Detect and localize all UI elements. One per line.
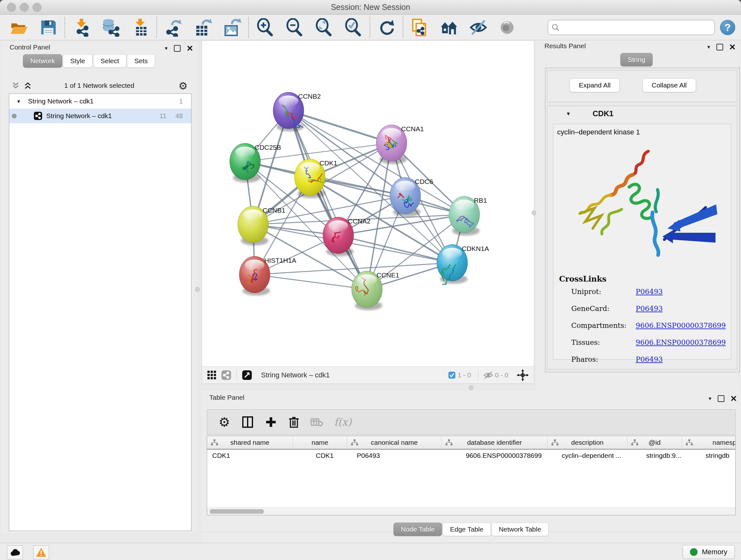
column-header-canonical-name[interactable]: canonical name bbox=[347, 436, 442, 449]
table-cell[interactable]: CDK1 bbox=[298, 449, 352, 461]
table-cell[interactable]: stringdb:9... bbox=[641, 449, 700, 461]
node-label-CDKN1A: CDKN1A bbox=[462, 245, 489, 252]
tab-network-table[interactable]: Network Table bbox=[491, 523, 549, 536]
network-node-CDKN1A[interactable]: CDKN1A bbox=[437, 245, 489, 285]
table-cell[interactable]: P06493 bbox=[352, 449, 451, 461]
column-header-namespace[interactable]: namespace bbox=[682, 436, 736, 449]
network-options-gear-icon[interactable]: ⚙ bbox=[179, 80, 188, 92]
copy-network-icon[interactable] bbox=[410, 18, 429, 37]
network-node-CCNE1[interactable]: CCNE1 bbox=[352, 271, 399, 310]
network-node-CDC25B[interactable]: CDC25B bbox=[230, 143, 281, 183]
tab-select[interactable]: Select bbox=[93, 54, 126, 68]
collapse-panel-icon[interactable]: ▾ bbox=[165, 45, 167, 52]
network-canvas[interactable]: CCNB2CCNA1CDC25BCDK1CDC6RB1CCNB1CCNA2CDK… bbox=[202, 41, 534, 366]
pan-crosshair-icon[interactable] bbox=[517, 369, 529, 381]
collapse-panel-icon[interactable]: ▾ bbox=[709, 395, 711, 402]
show-columns-icon[interactable] bbox=[242, 416, 253, 428]
tab-string[interactable]: String bbox=[620, 53, 653, 66]
search-input[interactable] bbox=[562, 23, 711, 32]
crosslink-link[interactable]: 9606.ENSP00000378699 bbox=[636, 321, 726, 329]
import-network-icon[interactable] bbox=[72, 18, 91, 37]
table-row[interactable]: CDK1CDK1P064939606.ENSP00000378699cyclin… bbox=[207, 449, 735, 461]
network-node-HIST1H1A[interactable]: HIST1H1A bbox=[239, 256, 296, 296]
bottom-splitter-handle[interactable] bbox=[469, 385, 474, 390]
save-session-icon[interactable] bbox=[39, 18, 57, 37]
node-table: shared namenamecanonical namedatabase id… bbox=[207, 436, 736, 515]
import-network-from-database-icon[interactable] bbox=[102, 18, 120, 37]
node-count: 11 bbox=[159, 112, 166, 120]
collapse-panel-icon[interactable]: ▾ bbox=[707, 44, 710, 51]
export-network-icon[interactable] bbox=[164, 18, 183, 37]
table-cell[interactable]: CDK1 bbox=[207, 449, 298, 461]
column-header-name[interactable]: name bbox=[293, 436, 347, 449]
cloud-status-button[interactable] bbox=[7, 545, 23, 559]
left-splitter-handle[interactable] bbox=[195, 287, 200, 292]
memory-button[interactable]: Memory bbox=[683, 545, 735, 559]
grid-view-icon[interactable] bbox=[207, 370, 217, 380]
float-panel-icon[interactable] bbox=[717, 44, 723, 51]
zoom-selected-icon[interactable] bbox=[344, 18, 362, 37]
table-horizontal-scrollbar[interactable] bbox=[207, 508, 735, 515]
tab-network[interactable]: Network bbox=[23, 54, 62, 68]
table-cell[interactable]: 9606.ENSP00000378699 bbox=[451, 449, 556, 461]
column-header--id[interactable]: @id bbox=[627, 436, 682, 449]
close-panel-icon[interactable] bbox=[730, 44, 735, 50]
birds-eye-view-icon[interactable] bbox=[440, 18, 458, 37]
crosslink-link[interactable]: P06493 bbox=[636, 288, 663, 296]
function-builder-icon: f(x) bbox=[334, 416, 352, 428]
tab-edge-table[interactable]: Edge Table bbox=[443, 523, 491, 536]
delete-column-icon[interactable] bbox=[289, 416, 299, 428]
help-button[interactable]: ? bbox=[720, 20, 735, 35]
open-session-icon[interactable] bbox=[10, 18, 28, 37]
float-panel-icon[interactable] bbox=[174, 45, 181, 52]
expand-all-button[interactable]: Expand All bbox=[569, 78, 620, 92]
network-node-CDC6[interactable]: CDC6 bbox=[390, 178, 433, 217]
export-image-icon[interactable] bbox=[223, 18, 241, 37]
refresh-layout-icon[interactable] bbox=[377, 18, 396, 37]
column-header-shared-name[interactable]: shared name bbox=[207, 436, 293, 449]
detach-view-icon[interactable] bbox=[242, 370, 252, 380]
zoom-in-icon[interactable] bbox=[256, 18, 274, 37]
network-node-CCNA1[interactable]: CCNA1 bbox=[376, 125, 424, 164]
import-table-icon[interactable] bbox=[131, 18, 149, 37]
zoom-fit-icon[interactable] bbox=[315, 18, 333, 37]
network-row-selected[interactable]: String Network – cdk1 11 48 bbox=[9, 109, 191, 123]
tree-expander-icon[interactable]: ▼ bbox=[16, 99, 21, 104]
hide-graphics-details-icon[interactable] bbox=[469, 18, 488, 37]
table-cell[interactable]: cyclin–dependent ... bbox=[556, 449, 641, 461]
table-cell[interactable]: stringdb bbox=[700, 449, 736, 461]
close-panel-icon[interactable] bbox=[731, 395, 737, 401]
show-graphics-details-icon[interactable] bbox=[498, 18, 517, 37]
column-header-database-identifier[interactable]: database identifier bbox=[442, 436, 548, 449]
tab-style[interactable]: Style bbox=[63, 54, 92, 68]
network-node-CCNA2[interactable]: CCNA2 bbox=[323, 217, 370, 256]
node-label-CCNB1: CCNB1 bbox=[263, 206, 285, 214]
crosslink-link[interactable]: P06493 bbox=[636, 305, 663, 313]
zoom-out-icon[interactable] bbox=[285, 18, 304, 37]
scrollbar-thumb[interactable] bbox=[210, 509, 264, 514]
collapse-all-button[interactable]: Collapse All bbox=[643, 78, 696, 92]
warnings-button[interactable] bbox=[33, 545, 49, 559]
selected-nodes-checkbox-icon[interactable] bbox=[448, 371, 456, 379]
add-column-icon[interactable] bbox=[265, 416, 277, 428]
network-view-mode-icon[interactable] bbox=[221, 370, 231, 380]
close-panel-icon[interactable] bbox=[187, 45, 193, 51]
network-node-CCNB1[interactable]: CCNB1 bbox=[238, 206, 285, 246]
right-splitter-handle[interactable] bbox=[532, 210, 536, 215]
network-collection-row[interactable]: ▼ String Network – cdk1 1 bbox=[9, 94, 191, 109]
column-header-description[interactable]: description bbox=[548, 436, 627, 449]
float-panel-icon[interactable] bbox=[718, 395, 724, 402]
memory-status-dot-icon bbox=[690, 548, 697, 556]
network-node-RB1[interactable]: RB1 bbox=[449, 196, 487, 236]
crosslinks-list: Uniprot:P06493GeneCard:P06493Compartment… bbox=[553, 288, 731, 372]
tab-node-table[interactable]: Node Table bbox=[394, 523, 442, 536]
table-panel-title: Table Panel bbox=[209, 394, 245, 401]
crosslink-link[interactable]: P06493 bbox=[636, 355, 663, 363]
tab-sets[interactable]: Sets bbox=[127, 54, 155, 68]
crosslink-label: Pharos: bbox=[571, 355, 598, 363]
network-label: String Network – cdk1 bbox=[46, 112, 112, 120]
export-table-icon[interactable] bbox=[193, 18, 212, 37]
crosslink-link[interactable]: 9606.ENSP00000378699 bbox=[636, 338, 726, 347]
gene-expander-icon[interactable]: ▼ bbox=[566, 111, 571, 117]
table-settings-gear-icon[interactable]: ⚙ bbox=[219, 416, 230, 428]
